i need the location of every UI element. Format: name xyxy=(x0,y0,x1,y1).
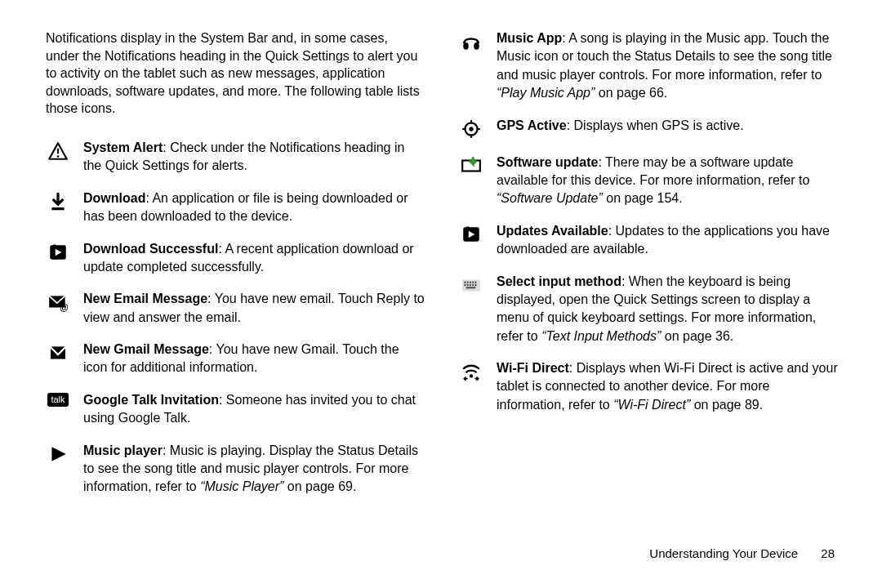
headphones-icon xyxy=(459,29,483,52)
item-system-alert: System Alert: Check under the Notificati… xyxy=(46,139,425,176)
right-column: Music App: A song is playing in the Musi… xyxy=(459,29,838,497)
svg-point-8 xyxy=(463,42,469,50)
svg-rect-26 xyxy=(467,283,469,285)
intro-paragraph: Notifications display in the System Bar … xyxy=(46,29,425,118)
gmail-icon xyxy=(46,341,70,363)
svg-point-18 xyxy=(466,226,470,229)
item-text: New Gmail Message: You have new Gmail. T… xyxy=(83,341,425,377)
svg-rect-25 xyxy=(464,283,466,285)
item-download-successful: Download Successful: A recent applicatio… xyxy=(46,240,425,277)
item-title: Wi-Fi Direct xyxy=(497,361,569,375)
footer-section: Understanding Your Device xyxy=(649,546,798,560)
svg-rect-28 xyxy=(472,283,474,285)
software-update-icon xyxy=(459,154,483,176)
item-ref: “Text Input Methods” xyxy=(541,329,661,343)
talk-badge-label: talk xyxy=(47,393,68,407)
left-item-list: System Alert: Check under the Notificati… xyxy=(46,139,425,497)
item-text: Wi-Fi Direct: Displays when Wi-Fi Direct… xyxy=(497,359,838,414)
svg-point-9 xyxy=(474,42,479,50)
item-text: Software update: There may be a software… xyxy=(497,154,838,208)
left-column: Notifications display in the System Bar … xyxy=(46,29,425,497)
footer-page-number: 28 xyxy=(821,546,835,560)
item-text: Music player: Music is playing. Display … xyxy=(83,442,425,497)
play-icon xyxy=(46,442,70,465)
item-updates-available: Updates Available: Updates to the applic… xyxy=(459,222,838,259)
svg-rect-23 xyxy=(472,281,474,283)
item-software-update: Software update: There may be a software… xyxy=(459,154,838,208)
item-ref: “Wi-Fi Direct” xyxy=(613,398,690,412)
item-music-player: Music player: Music is playing. Display … xyxy=(46,442,425,497)
item-ref: “Play Music App” xyxy=(497,86,595,100)
svg-rect-24 xyxy=(474,281,476,283)
wifi-direct-icon xyxy=(459,359,483,382)
item-music-app: Music App: A song is playing in the Musi… xyxy=(459,29,838,103)
item-title: New Gmail Message xyxy=(83,342,209,356)
right-item-list: Music App: A song is playing in the Musi… xyxy=(459,29,838,414)
item-select-input-method: Select input method: When the keyboard i… xyxy=(459,273,838,346)
item-text: Select input method: When the keyboard i… xyxy=(497,273,838,346)
svg-point-31 xyxy=(470,374,473,377)
svg-point-4 xyxy=(53,244,56,247)
item-text: GPS Active: Displays when GPS is active. xyxy=(497,117,838,135)
item-text: System Alert: Check under the Notificati… xyxy=(83,139,425,176)
svg-rect-30 xyxy=(466,287,476,288)
item-gps-active: GPS Active: Displays when GPS is active. xyxy=(459,117,838,140)
page-columns: Notifications display in the System Bar … xyxy=(46,29,838,497)
item-text: Updates Available: Updates to the applic… xyxy=(497,222,838,259)
item-text: Download Successful: A recent applicatio… xyxy=(83,240,425,277)
talk-icon: talk xyxy=(46,391,70,407)
alert-icon xyxy=(46,139,70,162)
page-footer: Understanding Your Device 28 xyxy=(649,546,835,560)
item-download: Download: An application or file is bein… xyxy=(46,189,425,226)
item-title: Updates Available xyxy=(497,224,608,238)
item-title: Software update xyxy=(497,155,598,169)
item-new-email: @ New Email Message: You have new email.… xyxy=(46,290,425,327)
item-google-talk: talk Google Talk Invitation: Someone has… xyxy=(46,391,425,428)
item-title: Download Successful xyxy=(83,242,218,256)
item-title: System Alert xyxy=(83,140,163,154)
item-ref-tail: on page 89. xyxy=(690,398,763,412)
gps-icon xyxy=(459,117,483,140)
svg-text:@: @ xyxy=(60,302,69,312)
item-text: Music App: A song is playing in the Musi… xyxy=(497,29,838,103)
updates-available-icon xyxy=(459,222,483,245)
email-icon: @ xyxy=(46,290,70,313)
svg-point-11 xyxy=(469,127,473,131)
item-body: : Displays when GPS is active. xyxy=(567,118,744,132)
svg-rect-21 xyxy=(467,281,469,283)
svg-rect-22 xyxy=(470,281,471,283)
item-title: Google Talk Invitation xyxy=(83,393,219,407)
item-title: New Email Message xyxy=(83,292,207,305)
item-text: New Email Message: You have new email. T… xyxy=(83,290,425,327)
download-successful-icon xyxy=(46,240,70,263)
item-title: Music player xyxy=(83,443,163,457)
svg-rect-29 xyxy=(474,283,476,285)
item-ref-tail: on page 36. xyxy=(661,329,733,343)
svg-rect-20 xyxy=(464,281,466,283)
item-title: GPS Active xyxy=(497,118,567,132)
item-ref-tail: on page 66. xyxy=(595,86,667,100)
keyboard-icon xyxy=(459,273,483,296)
item-title: Music App xyxy=(497,31,562,45)
item-ref-tail: on page 154. xyxy=(603,191,683,205)
item-ref: “Software Update” xyxy=(497,191,603,205)
item-ref: “Music Player” xyxy=(200,479,283,493)
item-title: Select input method xyxy=(497,274,621,288)
item-ref-tail: on page 69. xyxy=(283,479,356,493)
item-title: Download xyxy=(83,191,145,205)
item-new-gmail: New Gmail Message: You have new Gmail. T… xyxy=(46,341,425,377)
item-wifi-direct: Wi-Fi Direct: Displays when Wi-Fi Direct… xyxy=(459,359,838,414)
svg-point-1 xyxy=(57,155,60,158)
download-icon xyxy=(46,189,70,212)
item-text: Google Talk Invitation: Someone has invi… xyxy=(83,391,425,428)
item-text: Download: An application or file is bein… xyxy=(83,189,425,226)
svg-rect-27 xyxy=(470,283,471,285)
